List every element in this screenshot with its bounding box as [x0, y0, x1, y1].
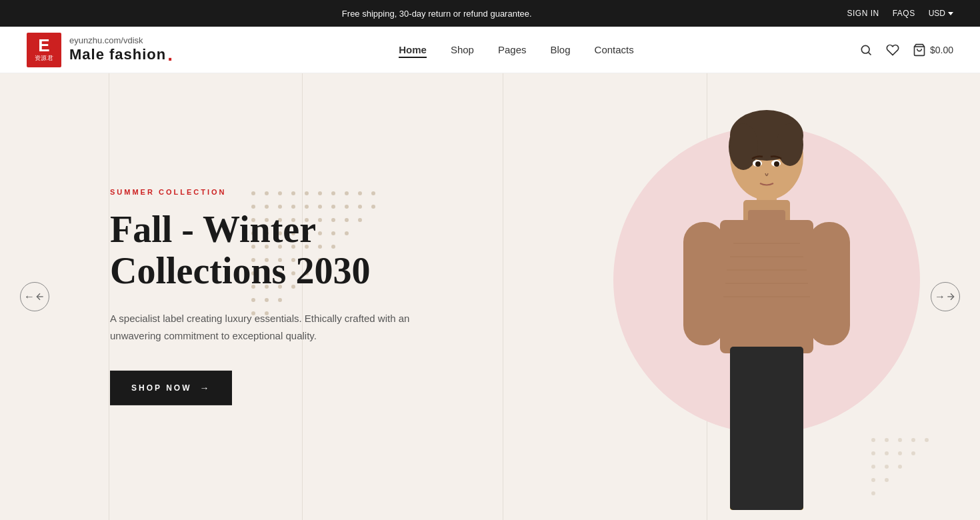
brand-dot: . [167, 45, 173, 64]
heart-icon [886, 43, 899, 57]
brand-name: Male fashion. [69, 45, 173, 64]
hero-description: A specialist label creating luxury essen… [110, 310, 410, 344]
logo-text-area: eyunzhu.com/vdisk Male fashion. [69, 35, 173, 64]
hero-content: SUMMER COLLECTION Fall - Winter Collecti… [110, 188, 410, 405]
cart-price: $0.00 [930, 45, 953, 55]
cart-button[interactable]: $0.00 [913, 43, 953, 57]
grid-line-1 [109, 73, 109, 520]
next-slide-button[interactable] [931, 282, 960, 311]
model-illustration [627, 97, 907, 510]
arrow-right-icon: → [199, 383, 211, 393]
header-icons: $0.00 [859, 43, 953, 57]
logo-area: E 资源君 eyunzhu.com/vdisk Male fashion. [27, 33, 173, 67]
svg-rect-105 [730, 347, 803, 510]
search-button[interactable] [859, 43, 873, 57]
nav-pages[interactable]: Pages [498, 44, 527, 55]
hero-title: Fall - Winter Collections 2030 [110, 209, 410, 291]
main-nav: Home Shop Pages Blog Contacts [399, 44, 634, 55]
currency-selector[interactable]: USD [929, 9, 953, 18]
header-right-links: SIGN IN FAQS USD [847, 9, 953, 18]
arrow-right-icon [945, 291, 956, 302]
svg-point-87 [777, 123, 803, 166]
cart-icon [913, 43, 926, 57]
logo-badge: E 资源君 [27, 33, 61, 67]
svg-rect-91 [683, 222, 725, 345]
wishlist-button[interactable] [886, 43, 899, 57]
search-icon [859, 43, 873, 57]
sign-in-link[interactable]: SIGN IN [847, 9, 879, 18]
prev-slide-button[interactable] [20, 282, 49, 311]
hero-image-area [607, 87, 927, 520]
logo-eyunzhu: eyunzhu.com/vdisk [69, 35, 173, 45]
svg-rect-92 [809, 222, 850, 345]
nav-shop[interactable]: Shop [451, 44, 474, 55]
chevron-down-icon [948, 12, 953, 15]
announcement-message: Free shipping, 30-day return or refund g… [27, 9, 847, 19]
hero-section: SUMMER COLLECTION Fall - Winter Collecti… [0, 73, 980, 520]
faqs-link[interactable]: FAQS [893, 9, 915, 18]
svg-point-97 [774, 161, 779, 167]
arrow-left-icon [35, 291, 45, 302]
grid-line-3 [503, 73, 503, 520]
shop-now-button[interactable]: SHOP NOW → [110, 371, 232, 405]
nav-blog[interactable]: Blog [551, 44, 571, 55]
svg-point-0 [861, 45, 869, 53]
svg-line-1 [869, 52, 871, 55]
nav-home[interactable]: Home [399, 44, 427, 55]
svg-rect-90 [720, 220, 813, 353]
logo-sub: 资源君 [35, 54, 54, 63]
nav-contacts[interactable]: Contacts [595, 44, 634, 55]
header: E 资源君 eyunzhu.com/vdisk Male fashion. Ho… [0, 27, 980, 73]
collection-label: SUMMER COLLECTION [110, 188, 410, 196]
svg-point-96 [755, 161, 761, 167]
announcement-bar: Free shipping, 30-day return or refund g… [0, 0, 980, 27]
svg-rect-93 [748, 210, 785, 227]
logo-letter: E [38, 37, 49, 54]
